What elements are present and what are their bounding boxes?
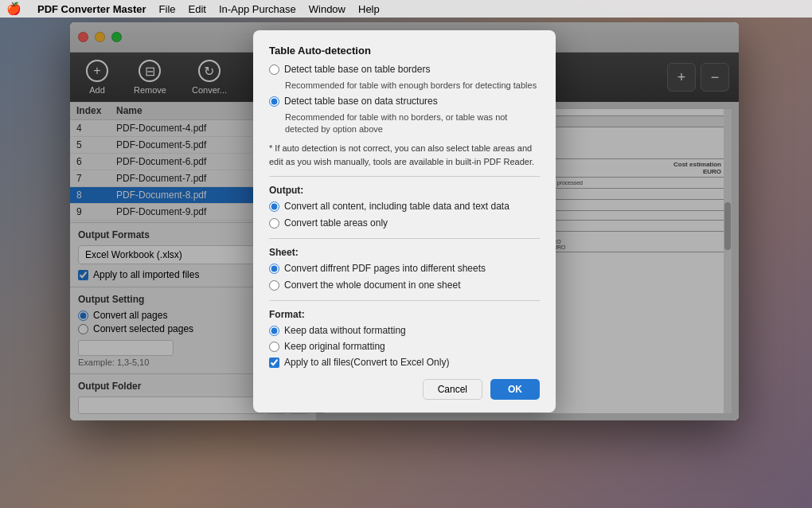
app-window: PDF Converter Master + Add ⊟ Remove ↻ Co…: [70, 22, 739, 420]
data-based-note: Recommended for table with no borders, o…: [285, 111, 540, 136]
all-content-radio[interactable]: [269, 201, 279, 212]
keep-format-radio[interactable]: [269, 342, 279, 352]
no-format-row: Keep data without formatting: [269, 324, 540, 338]
one-sheet-label: Convert the whole document in one sheet: [284, 279, 460, 292]
menubar-inapp[interactable]: In-App Purchase: [219, 3, 296, 15]
modal-dialog: Table Auto-detection Detect table base o…: [253, 30, 556, 413]
keep-format-label: Keep original formatting: [284, 340, 385, 354]
all-content-label: Convert all content, including table dat…: [284, 200, 509, 213]
all-content-row: Convert all content, including table dat…: [269, 200, 540, 213]
sheet-section-title: Sheet:: [269, 247, 540, 258]
apple-menu-icon[interactable]: 🍎: [6, 2, 21, 16]
modal-apply-all-label: Apply to all files(Convert to Excel Only…: [284, 357, 449, 368]
no-format-label: Keep data without formatting: [284, 324, 406, 338]
border-based-radio[interactable]: [269, 64, 279, 75]
modal-apply-all-checkbox[interactable]: [269, 358, 279, 368]
cancel-button[interactable]: Cancel: [423, 379, 482, 400]
table-only-radio[interactable]: [269, 218, 279, 229]
diff-sheets-radio[interactable]: [269, 264, 279, 274]
ok-button[interactable]: OK: [490, 379, 540, 400]
table-only-label: Convert table areas only: [284, 217, 388, 230]
data-based-label: Detect table base on data structures: [284, 95, 438, 108]
format-section-title: Format:: [269, 309, 540, 320]
one-sheet-radio[interactable]: [269, 280, 279, 291]
divider-2: [269, 238, 540, 239]
menubar-window[interactable]: Window: [309, 3, 345, 15]
menubar: 🍎 PDF Converter Master File Edit In-App …: [0, 0, 812, 18]
border-based-row: Detect table base on table borders: [269, 63, 540, 76]
menubar-app-name[interactable]: PDF Converter Master: [37, 3, 146, 15]
modal-buttons: Cancel OK: [269, 379, 540, 400]
menubar-edit[interactable]: Edit: [189, 3, 206, 15]
modal-overlay: Table Auto-detection Detect table base o…: [70, 22, 739, 420]
keep-format-row: Keep original formatting: [269, 340, 540, 354]
menubar-file[interactable]: File: [159, 3, 176, 15]
menubar-help[interactable]: Help: [358, 3, 380, 15]
auto-detection-note: * If auto detection is not correct, you …: [269, 142, 540, 168]
data-based-row: Detect table base on data structures: [269, 95, 540, 108]
data-based-radio[interactable]: [269, 96, 279, 107]
modal-title: Table Auto-detection: [269, 45, 540, 57]
modal-apply-all-row: Apply to all files(Convert to Excel Only…: [269, 357, 540, 368]
divider-1: [269, 176, 540, 177]
one-sheet-row: Convert the whole document in one sheet: [269, 279, 540, 292]
divider-3: [269, 300, 540, 301]
table-only-row: Convert table areas only: [269, 217, 540, 230]
diff-sheets-label: Convert diffrent PDF pages into differen…: [284, 262, 486, 275]
border-based-label: Detect table base on table borders: [284, 63, 430, 76]
output-section-title: Output:: [269, 185, 540, 196]
border-based-note: Recommended for table with enough border…: [285, 80, 540, 92]
diff-sheets-row: Convert diffrent PDF pages into differen…: [269, 262, 540, 275]
no-format-radio[interactable]: [269, 326, 279, 336]
